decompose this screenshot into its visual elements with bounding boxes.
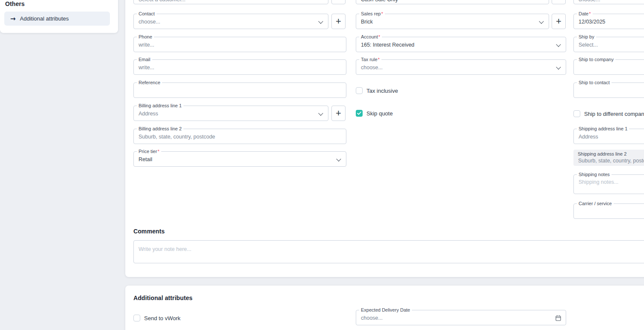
chevron-down-icon xyxy=(556,42,561,47)
date-field[interactable]: Date* 12/03/2025 xyxy=(573,14,644,29)
email-placeholder: write... xyxy=(139,65,154,71)
reference-label: Reference xyxy=(139,80,160,85)
shipping-address-2-input-disabled: Shipping address line 2 Suburb, state, c… xyxy=(573,150,644,166)
shipping-notes-label: Shipping notes xyxy=(579,172,610,177)
arrow-right-icon: → xyxy=(10,15,16,23)
shipping-address-2-placeholder: Suburb, state, country, postcode xyxy=(578,158,644,164)
carrier-service-input[interactable]: Carrier / service xyxy=(573,203,644,219)
shipping-address-1-input[interactable]: Shipping address line 1 Address xyxy=(573,129,644,144)
tax-rule-select[interactable]: Tax rule* choose... xyxy=(356,59,566,75)
billing-address-1-select[interactable]: Billing address line 1 Address xyxy=(133,106,328,121)
required-marker: * xyxy=(157,149,159,154)
billing-address-1-placeholder: Address xyxy=(139,111,158,117)
add-button-top[interactable]: + xyxy=(552,0,566,4)
chevron-down-icon xyxy=(336,156,341,161)
expected-delivery-date-field[interactable]: Expected Delivery Date choose... xyxy=(356,310,566,325)
sidebar-item-additional-attributes[interactable]: → Additional attributes xyxy=(4,12,110,26)
billing-address-2-placeholder: Suburb, state, country, postcode xyxy=(139,134,215,140)
phone-placeholder: write... xyxy=(139,42,154,48)
contact-select[interactable]: Contact choose... xyxy=(133,14,328,29)
comments-textarea[interactable]: Write your note here... xyxy=(133,240,644,263)
ship-to-company-label: Ship to company xyxy=(579,57,614,62)
add-customer-button[interactable]: + xyxy=(331,0,346,4)
shipping-address-1-placeholder: Address xyxy=(579,134,598,140)
contact-label: Contact xyxy=(139,11,155,16)
account-select[interactable]: Account* 165: Interest Received xyxy=(356,37,566,52)
additional-attributes-heading: Additional attributes xyxy=(133,295,192,301)
shipping-notes-input[interactable]: Shipping notes Shipping notes... xyxy=(573,174,644,194)
account-label: Account xyxy=(361,34,378,39)
cash-sale-field[interactable]: Cash Sale Only xyxy=(356,0,549,4)
customer-select[interactable]: Select a customer... xyxy=(133,0,328,4)
add-contact-button[interactable]: + xyxy=(331,14,346,29)
email-label: Email xyxy=(139,57,151,62)
chevron-down-icon xyxy=(539,19,544,24)
tax-inclusive-checkbox[interactable] xyxy=(356,87,363,94)
required-marker: * xyxy=(378,34,380,39)
contact-placeholder: choose... xyxy=(139,19,160,25)
cash-sale-value: Cash Sale Only xyxy=(361,0,398,3)
reference-input[interactable]: Reference xyxy=(133,82,346,98)
shipping-address-1-label: Shipping address line 1 xyxy=(579,126,627,131)
sales-rep-value: Brick xyxy=(361,19,373,25)
comments-heading: Comments xyxy=(133,228,165,235)
carrier-service-label: Carrier / service xyxy=(579,201,612,206)
send-to-vwork-checkbox[interactable] xyxy=(133,315,140,321)
shipping-address-2-label: Shipping address line 2 xyxy=(578,151,626,156)
skip-quote-label: Skip quote xyxy=(366,110,393,117)
billing-address-2-input[interactable]: Billing address line 2 Suburb, state, co… xyxy=(133,129,346,144)
ship-by-select[interactable]: Ship by Select... xyxy=(573,37,644,52)
ship-by-placeholder: Select... xyxy=(579,42,598,48)
date-value: 12/03/2025 xyxy=(579,19,606,25)
price-tier-select[interactable]: Price tier* Retail xyxy=(133,151,346,167)
check-icon xyxy=(357,112,361,115)
account-value: 165: Interest Received xyxy=(361,42,414,48)
required-marker: * xyxy=(378,57,380,62)
comments-placeholder: Write your note here... xyxy=(139,246,191,252)
shipping-notes-placeholder: Shipping notes... xyxy=(579,179,618,185)
email-input[interactable]: Email write... xyxy=(133,59,346,75)
sales-rep-select[interactable]: Sales rep* Brick xyxy=(356,14,549,29)
skip-quote-checkbox[interactable] xyxy=(356,110,363,117)
required-marker: * xyxy=(381,11,383,16)
tax-rule-placeholder: choose... xyxy=(361,65,383,71)
chevron-down-icon xyxy=(318,19,323,24)
calendar-icon[interactable] xyxy=(555,315,561,323)
ship-to-different-company-label: Ship to different company xyxy=(584,111,644,117)
top-right-select[interactable]: choose... xyxy=(573,0,644,4)
phone-input[interactable]: Phone write... xyxy=(133,37,346,52)
add-sales-rep-button[interactable]: + xyxy=(552,14,566,29)
chevron-down-icon xyxy=(556,65,561,69)
ship-by-label: Ship by xyxy=(579,34,594,39)
top-right-placeholder: choose... xyxy=(579,0,600,3)
ship-to-different-company-checkbox[interactable] xyxy=(573,110,580,117)
tax-inclusive-label: Tax inclusive xyxy=(366,88,398,94)
ship-to-contact-input[interactable]: Ship to contact xyxy=(573,82,644,98)
required-marker: * xyxy=(589,11,591,16)
add-billing-address-button[interactable]: + xyxy=(331,106,346,121)
ship-to-contact-label: Ship to contact xyxy=(579,80,610,85)
billing-address-1-label: Billing address line 1 xyxy=(139,103,182,108)
sales-rep-label: Sales rep xyxy=(361,11,381,16)
sidebar-others-panel: Others → Additional attributes xyxy=(0,0,118,33)
date-label: Date xyxy=(579,11,588,16)
expected-delivery-date-label: Expected Delivery Date xyxy=(361,307,410,312)
tax-rule-label: Tax rule xyxy=(361,57,378,62)
price-tier-label: Price tier xyxy=(139,149,157,154)
price-tier-value: Retail xyxy=(139,156,152,162)
billing-address-2-label: Billing address line 2 xyxy=(139,126,182,131)
send-to-vwork-label: Send to vWork xyxy=(144,315,180,321)
chevron-down-icon xyxy=(318,111,323,115)
expected-delivery-date-placeholder: choose... xyxy=(361,315,383,321)
phone-label: Phone xyxy=(139,34,152,39)
ship-to-company-input[interactable]: Ship to company xyxy=(573,59,644,75)
sidebar-item-label: Additional attributes xyxy=(20,15,69,22)
customer-placeholder: Select a customer... xyxy=(139,0,186,3)
sidebar-heading: Others xyxy=(5,0,25,7)
